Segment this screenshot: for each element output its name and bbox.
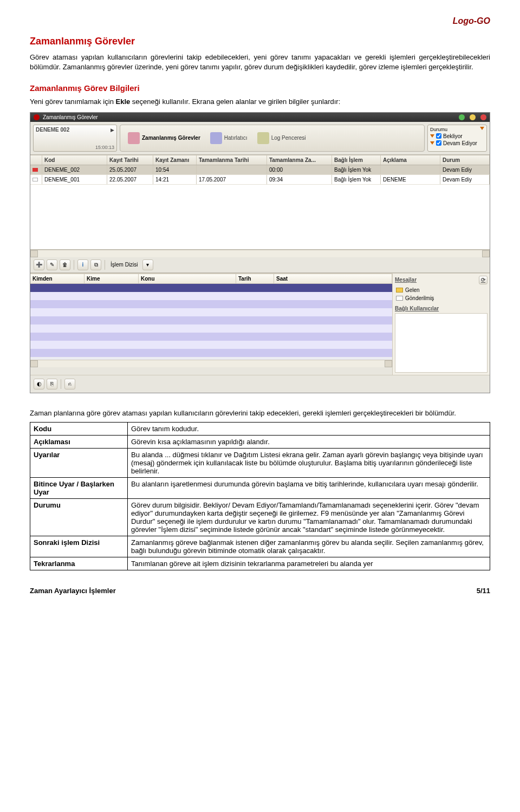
field-name: Bitince Uyar / Başlarken Uyar (30, 478, 128, 499)
col-aciklama[interactable]: Açıklama (381, 155, 440, 165)
sent-item[interactable]: Gönderilmiş (395, 294, 487, 302)
field-description-table: KoduGörev tanım kodudur.AçıklamasıGörevi… (30, 422, 490, 570)
reminder-icon (210, 132, 222, 144)
text: seçeneği kullanılır. Ekrana gelen alanla… (130, 98, 340, 106)
field-name: Durumu (30, 499, 128, 536)
col-tarih[interactable]: Tarih (236, 274, 274, 283)
checkbox-bekliyor[interactable] (436, 133, 441, 139)
col-flag[interactable] (30, 155, 42, 165)
cell-kod: DENEME_002 (42, 165, 107, 174)
cell-kz: 14:21 (153, 175, 197, 184)
col-durum[interactable]: Durum (440, 155, 490, 165)
envelope-open-icon (396, 296, 403, 301)
task-card[interactable]: DENEME 002 ▶ 15:00:13 (33, 125, 117, 152)
horizontal-scrollbar[interactable] (30, 360, 392, 367)
scroll-right-button[interactable] (385, 360, 392, 367)
col-bagli-islem[interactable]: Bağlı İşlem (332, 155, 381, 165)
action-button[interactable]: ⎌ (64, 379, 75, 389)
bold-text: Ekle (116, 98, 131, 106)
messages-grid-body[interactable] (30, 284, 392, 360)
cell-du: Devam Ediy (440, 165, 490, 174)
footer-left: Zaman Ayarlayıcı İşlemler (30, 587, 116, 595)
linked-users-list[interactable] (395, 313, 487, 373)
grid-header: Kod Kayıt Tarihi Kayıt Zamanı Tamamlanma… (30, 155, 490, 165)
table-row[interactable]: DENEME_00225.05.200710:5400:00Bağlı İşle… (30, 165, 490, 175)
status-filter-row[interactable]: Bekliyor (430, 133, 484, 139)
tab-label: Hatırlatıcı (224, 135, 248, 141)
tab-log[interactable]: Log Penceresi (254, 131, 309, 146)
cell-kt: 22.05.2007 (107, 175, 153, 184)
app-icon (34, 114, 40, 120)
text: Yeni görev tanımlamak için (30, 98, 116, 106)
cell-ac: DENEME (381, 175, 440, 184)
checkbox-label: Devam Ediyor (443, 140, 477, 146)
refresh-button[interactable]: ⟳ (479, 276, 487, 284)
tab-scheduled[interactable]: Zamanlanmış Görevler (125, 131, 204, 146)
arrow-down-icon[interactable] (480, 127, 484, 130)
scroll-left-button[interactable] (30, 250, 38, 257)
field-description: Görevin kısa açıklamasının yapıldığı ala… (128, 436, 490, 449)
grid-empty-area[interactable] (30, 185, 490, 250)
page-title: Zamanlanmış Görevler (30, 36, 490, 47)
checkbox-devam[interactable] (436, 140, 441, 146)
table-row: TekrarlanmaTanımlanan göreve ait işlem d… (30, 557, 490, 570)
field-name: Açıklaması (30, 436, 128, 449)
col-kayit-zamani[interactable]: Kayıt Zamanı (153, 155, 197, 165)
action-button[interactable]: ⎘ (47, 379, 57, 389)
action-button[interactable]: ◐ (34, 379, 44, 389)
table-row: KoduGörev tanım kodudur. (30, 423, 490, 436)
table-row: Sonraki işlem DizisiZamanlanmış göreve b… (30, 536, 490, 557)
window-titlebar[interactable]: Zamanlanmış Görevler (30, 113, 490, 122)
edit-button[interactable]: ✎ (47, 259, 57, 270)
inbox-item[interactable]: Gelen (395, 286, 487, 294)
tab-label: Zamanlanmış Görevler (142, 135, 200, 141)
col-tamamlanma-zamani[interactable]: Tamamlanma Za... (267, 155, 332, 165)
col-kimden[interactable]: Kimden (30, 274, 84, 283)
bottom-toolbar: ◐ ⎘ ⎌ (30, 375, 490, 393)
delete-button[interactable]: 🗑 (60, 259, 70, 270)
col-konu[interactable]: Konu (139, 274, 236, 283)
maximize-icon[interactable] (470, 114, 476, 120)
field-name: Uyarılar (30, 449, 128, 478)
add-button[interactable]: ➕ (34, 259, 44, 270)
col-kayit-tarihi[interactable]: Kayıt Tarihi (107, 155, 153, 165)
cell-bi: Bağlı İşlem Yok (332, 165, 381, 174)
col-kime[interactable]: Kime (84, 274, 139, 283)
main-tabs: Zamanlanmış Görevler Hatırlatıcı Log Pen… (120, 125, 425, 152)
tab-reminder[interactable]: Hatırlatıcı (207, 131, 251, 146)
task-card-time: 15:00:13 (95, 145, 114, 150)
col-tamamlanma-tarihi[interactable]: Tamamlanma Tarihi (197, 155, 267, 165)
envelope-icon (396, 288, 403, 293)
copy-button[interactable]: ⧉ (90, 259, 101, 270)
table-row: AçıklamasıGörevin kısa açıklamasının yap… (30, 436, 490, 449)
table-row: UyarılarBu alanda ... düğmesi tıklanır v… (30, 449, 490, 478)
scroll-left-button[interactable] (30, 360, 38, 367)
play-icon[interactable]: ▶ (110, 127, 114, 133)
task-card-label: DENEME 002 (36, 127, 114, 133)
horizontal-scrollbar[interactable] (30, 250, 490, 257)
intro-paragraph: Görev ataması yapılan kullanıcıların gör… (30, 53, 490, 72)
inbox-label: Gelen (405, 287, 420, 293)
minimize-icon[interactable] (459, 114, 465, 120)
field-name: Sonraki işlem Dizisi (30, 536, 128, 557)
status-filter-panel: Durumu Bekliyor Devam Ediyor (427, 125, 487, 152)
cell-tz: 00:00 (267, 165, 332, 174)
status-filter-row[interactable]: Devam Ediyor (430, 140, 484, 146)
cell-tt: 17.05.2007 (197, 175, 267, 184)
islem-dizisi-label: İşlem Dizisi (110, 262, 138, 268)
info-button[interactable]: i (77, 259, 88, 270)
scroll-right-button[interactable] (482, 250, 490, 257)
col-kod[interactable]: Kod (42, 155, 107, 165)
close-icon[interactable] (480, 114, 486, 120)
brand-logo: Logo-GO (30, 16, 490, 26)
field-description: Görev durum bilgisidir. Bekliyor/ Devam … (128, 499, 490, 536)
table-row[interactable]: DENEME_00122.05.200714:2117.05.200709:34… (30, 175, 490, 185)
field-name: Kodu (30, 423, 128, 436)
cell-ac (381, 165, 440, 174)
footer-page-number: 5/11 (477, 587, 490, 595)
window-title: Zamanlanmış Görevler (43, 114, 98, 120)
col-saat[interactable]: Saat (274, 274, 392, 283)
islem-dizisi-dropdown[interactable]: ▾ (142, 259, 153, 270)
arrow-down-icon (430, 141, 434, 145)
field-name: Tekrarlanma (30, 557, 128, 570)
